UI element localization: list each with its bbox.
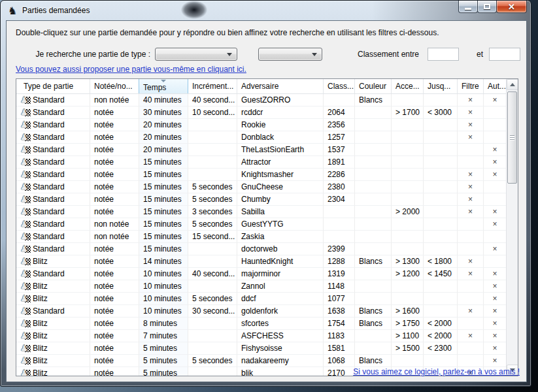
cell-autre: × [484, 169, 507, 181]
share-link[interactable]: Si vous aimez ce logiciel, parlez-en à v… [353, 367, 520, 376]
game-type-text: Standard [33, 195, 65, 204]
column-header-label: Incrément... [192, 82, 233, 91]
game-type-text: Standard [33, 306, 65, 316]
game-row[interactable]: ♟Standardnotée15 minutesdoctorweb2399× [16, 243, 507, 255]
game-row[interactable]: ♟Blitznotée14 minutesHauntedKnight1288Bl… [16, 255, 507, 268]
cell-type: ♟Blitz [16, 318, 90, 330]
sort-descending-icon [161, 80, 166, 82]
cell-rated: non notée [90, 231, 139, 243]
cell-rated: notée [90, 342, 139, 355]
cell-opponent: Zaskia [237, 231, 324, 243]
column-header-time[interactable]: Temps [139, 79, 188, 93]
game-row[interactable]: ♟Standardnotée15 minutes5 secondesChumby… [16, 193, 507, 206]
game-type-select[interactable] [155, 48, 237, 61]
cell-jusqua [424, 293, 458, 305]
cell-jusqua: < 1800 [424, 255, 458, 268]
cell-increment: 10 second... [188, 106, 237, 119]
game-row[interactable]: ♟Blitznotée10 minutesZannol1148× [16, 280, 507, 293]
game-row[interactable]: ♟Blitznotée8 minutessfcortes1754Blancs> … [16, 318, 507, 330]
cell-filtre: × [458, 119, 484, 131]
cell-accepte [392, 169, 424, 181]
cell-autre: × [484, 218, 507, 231]
cell-rating: 2170 [324, 367, 355, 376]
cell-autre [484, 231, 507, 243]
game-row[interactable]: ♟Standardnotée20 minutesTheLastSionEarth… [16, 144, 507, 156]
cell-accepte: > 1750 [392, 318, 424, 330]
column-header-label: Class... [328, 82, 354, 91]
scroll-up-button[interactable] [507, 79, 518, 90]
cell-opponent: sfcortes [237, 318, 324, 330]
game-row[interactable]: ♟Standardnotée30 minutes10 second...rcdd… [16, 106, 507, 119]
cell-rated: notée [90, 156, 139, 169]
column-header-autre[interactable]: Aut... [484, 79, 507, 93]
cell-rated: notée [90, 268, 139, 280]
column-header-accepte[interactable]: Acce... [392, 79, 424, 93]
game-row[interactable]: ♟Standardnotée20 minutesDonblack1257× [16, 131, 507, 144]
game-row[interactable]: ♟Standardnotée15 minutes5 secondesGnuChe… [16, 181, 507, 193]
game-row[interactable]: ♟Standardnotée10 minutes40 second...majo… [16, 268, 507, 280]
cell-rating [324, 206, 355, 218]
cell-opponent: ddcf [237, 293, 324, 305]
chess-pawn-icon: ♟ [20, 294, 31, 304]
cell-color [355, 169, 392, 181]
game-row[interactable]: ♟Blitznotée5 minutesFishysoisse1581> 150… [16, 342, 507, 355]
cell-autre: × [484, 206, 507, 218]
chess-pawn-icon: ♟ [20, 182, 31, 192]
column-header-color[interactable]: Couleur [355, 79, 392, 93]
column-header-type[interactable]: Type de partie [16, 79, 90, 93]
cell-accepte: > 1200 [392, 268, 424, 280]
rating-max-input[interactable] [489, 48, 520, 61]
cell-increment [188, 367, 237, 376]
vertical-scrollbar[interactable] [506, 79, 518, 376]
game-row[interactable]: ♟Standardnotée15 minutes3 secondesSabill… [16, 206, 507, 218]
cell-rating: 1754 [324, 318, 355, 330]
cell-increment: 3 secondes [188, 206, 237, 218]
chess-pawn-icon: ♟ [20, 368, 31, 376]
games-table: Type de partieNotée/no...TempsIncrément.… [16, 78, 518, 376]
cell-time: 10 minutes [139, 280, 188, 293]
column-header-rated[interactable]: Notée/no... [90, 79, 139, 93]
cell-color [355, 193, 392, 206]
game-subtype-select[interactable] [258, 48, 322, 61]
column-header-filtre[interactable]: Filtre [458, 79, 484, 93]
title-bar[interactable]: ♞ Parties demandées ✕ [1, 1, 531, 20]
game-row[interactable]: ♟Standardnotée10 minutes30 second...gold… [16, 305, 507, 318]
cell-autre [484, 255, 507, 268]
column-header-jusqua[interactable]: Jusq... [424, 79, 458, 93]
scroll-thumb[interactable] [507, 91, 517, 184]
minimize-button[interactable] [458, 1, 478, 13]
column-header-label: Temps [143, 83, 166, 92]
cell-rated: notée [90, 305, 139, 318]
rating-min-input[interactable] [428, 48, 459, 61]
column-header-opponent[interactable]: Adversaire [237, 79, 324, 93]
cell-accepte [392, 119, 424, 131]
cell-autre: × [484, 342, 507, 355]
game-row[interactable]: ♟Blitznotée10 minutes5 secondesddcf1077× [16, 293, 507, 305]
cell-filtre [458, 280, 484, 293]
game-row[interactable]: ♟Blitznotée5 minutes5 secondesnadakareem… [16, 355, 507, 367]
cell-time: 15 minutes [139, 193, 188, 206]
maximize-button[interactable] [477, 1, 497, 13]
column-header-increment[interactable]: Incrément... [188, 79, 237, 93]
game-row[interactable]: ♟Standardnotée15 minutesKnightsmasher228… [16, 169, 507, 181]
close-button[interactable]: ✕ [496, 1, 527, 13]
column-header-label: Aut... [488, 82, 506, 91]
cell-increment: 30 second... [188, 305, 237, 318]
game-row[interactable]: ♟Standardnon notée15 minutes15 second...… [16, 231, 507, 243]
cell-rating: 2286 [324, 169, 355, 181]
column-header-rating[interactable]: Class... [324, 79, 355, 93]
arrow-up-icon [510, 83, 515, 86]
game-row[interactable]: ♟Standardnon notée40 minutes40 second...… [16, 94, 507, 106]
game-row[interactable]: ♟Standardnotée20 minutesRookie2356× [16, 119, 507, 131]
cell-rated: notée [90, 206, 139, 218]
cell-accepte [392, 94, 424, 106]
propose-game-link[interactable]: Vous pouvez aussi proposer une partie vo… [16, 65, 246, 74]
game-row[interactable]: ♟Standardnon notée15 minutes5 secondesGu… [16, 218, 507, 231]
chess-pawn-icon: ♟ [20, 145, 31, 155]
cell-autre [484, 119, 507, 131]
game-row[interactable]: ♟Standardnotée15 minutesAttractor1891× [16, 156, 507, 169]
game-type-text: Standard [33, 244, 65, 253]
cell-type: ♟Standard [16, 94, 90, 106]
game-row[interactable]: ♟Blitznotée7 minutesASFCHESS1183> 1100< … [16, 330, 507, 342]
cell-opponent: rcddcr [237, 106, 324, 119]
